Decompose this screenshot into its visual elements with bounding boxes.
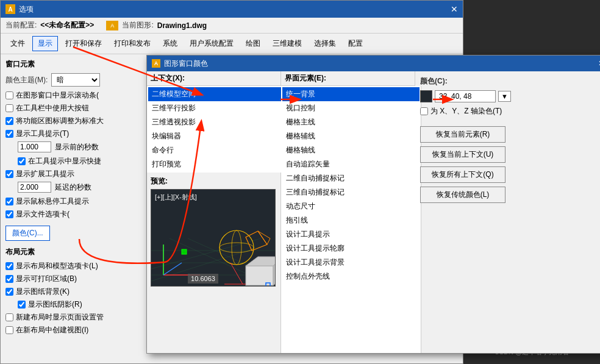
menu-print[interactable]: 打印和发布 <box>109 37 155 51</box>
color-theme-select[interactable]: 暗 明 <box>51 73 100 87</box>
seconds1-row: 显示前的秒数 <box>5 141 127 152</box>
element-item-ctrl-hull[interactable]: 控制点外壳线 <box>282 269 420 284</box>
element-item-grid-axis[interactable]: 栅格轴线 <box>282 143 420 157</box>
context-item-print-preview[interactable]: 打印预览 <box>148 157 285 171</box>
filetab-checkbox[interactable] <box>5 210 13 218</box>
seconds2-input[interactable] <box>18 182 51 193</box>
menu-display[interactable]: 显示 <box>32 36 58 51</box>
layout-tab-checkbox[interactable] <box>5 262 13 270</box>
viewport-checkbox[interactable] <box>5 326 13 334</box>
color-dialog-body: 上下文(X): 二维模型空间 三维平行投影 三维透视投影 块编辑器 命令行 打印… <box>147 71 600 353</box>
element-item-3d-snap[interactable]: 三维自动捕捉标记 <box>282 185 420 199</box>
cb-tooltip: 显示工具提示(T) <box>5 129 127 139</box>
drawing-label: 当前图形: <box>122 20 153 30</box>
cb-layout-tab: 显示布局和模型选项卡(L) <box>5 261 127 271</box>
element-item-design-tooltip-bg[interactable]: 设计工具提示背景 <box>282 255 420 269</box>
restore-classic-color-button[interactable]: 恢复传统颜色(L) <box>420 187 505 203</box>
cb-extend: 显示扩展工具提示 <box>5 169 127 179</box>
element-item-design-tooltip[interactable]: 设计工具提示 <box>282 227 420 241</box>
element-item-autotrack[interactable]: 自动追踪矢量 <box>282 157 420 171</box>
preview-svg: 10.6063 <box>151 202 276 287</box>
color-panel-label: 颜色(C): <box>420 76 600 87</box>
element-item-design-tooltip-outline[interactable]: 设计工具提示轮廓 <box>282 241 420 255</box>
cb-page-setup: 新建布局时显示页面设置管 <box>5 312 127 323</box>
svg-marker-15 <box>258 231 270 244</box>
drawing-value: Drawing1.dwg <box>157 21 207 30</box>
context-item-2d[interactable]: 二维模型空间 <box>148 87 285 101</box>
paper-bg-label: 显示图纸背景(K) <box>16 287 70 297</box>
menu-drawing[interactable]: 绘图 <box>241 37 265 51</box>
cb-viewport: 在新布局中创建视图(I) <box>5 325 127 335</box>
restore-current-context-button[interactable]: 恢复当前上下文(U) <box>420 146 505 163</box>
paper-bg-checkbox[interactable] <box>5 288 13 296</box>
current-config-section: 当前配置: <<未命名配置>> <box>5 20 94 30</box>
element-item-dragline[interactable]: 拖引线 <box>282 213 420 227</box>
svg-point-13 <box>232 230 241 265</box>
hover-checkbox[interactable] <box>5 198 13 205</box>
config-label: 当前配置: <box>5 20 37 30</box>
filetab-label: 显示文件选项卡( <box>16 209 70 219</box>
menu-user-config[interactable]: 用户系统配置 <box>185 37 238 51</box>
context-item-3dparallel[interactable]: 三维平行投影 <box>148 101 285 115</box>
cb-scrollbar: 在图形窗口中显示滚动条( <box>5 90 127 101</box>
scrollbar-checkbox[interactable] <box>5 91 13 99</box>
color-dialog: A 图形窗口颜色 ✕ 上下文(X): 二维模型空间 三维平行投影 三维透视投影 … <box>146 55 600 354</box>
tooltip-checkbox[interactable] <box>5 130 13 138</box>
title-bar-left: A 选项 <box>5 4 34 15</box>
element-item-grid-minor[interactable]: 栅格辅线 <box>282 129 420 143</box>
current-drawing-section: A 当前图形: Drawing1.dwg <box>106 20 207 30</box>
close-icon[interactable]: ✕ <box>451 4 458 14</box>
color-theme-row: 颜色主题(M): 暗 明 <box>5 73 127 87</box>
seconds1-label: 显示前的秒数 <box>55 142 99 152</box>
window-elements-title: 窗口元素 <box>5 59 127 70</box>
menu-open-save[interactable]: 打开和保存 <box>60 37 107 51</box>
restore-all-context-button[interactable]: 恢复所有上下文(Q) <box>420 166 505 183</box>
seconds1-input[interactable] <box>18 141 51 152</box>
svg-line-23 <box>230 263 243 284</box>
menu-3d[interactable]: 三维建模 <box>268 37 307 51</box>
large-btn-checkbox[interactable] <box>5 104 13 112</box>
context-item-block[interactable]: 块编辑器 <box>148 129 285 143</box>
ribbon-checkbox[interactable] <box>5 117 13 125</box>
element-item-dynamic-dim[interactable]: 动态尺寸 <box>282 199 420 213</box>
extend-checkbox[interactable] <box>5 170 13 178</box>
cb-filetab: 显示文件选项卡( <box>5 209 127 219</box>
preview-label: 预览: <box>151 176 277 187</box>
element-item-viewport-ctrl[interactable]: 视口控制 <box>282 101 420 115</box>
xyz-color-label: 为 X、Y、Z 轴染色(T) <box>430 106 502 116</box>
preview-canvas: [+][上][X-射线] <box>151 189 276 287</box>
color-value-row: ▼ <box>420 90 600 102</box>
svg-text:10.6063: 10.6063 <box>191 275 215 282</box>
color-value-input[interactable] <box>435 90 496 102</box>
menu-config[interactable]: 配置 <box>343 37 368 51</box>
cb-ribbon: 将功能区图标调整为标准大 <box>5 116 127 126</box>
color-button[interactable]: 颜色(C)... <box>5 226 50 241</box>
restore-current-element-button[interactable]: 恢复当前元素(R) <box>420 126 505 143</box>
action-buttons-group: 恢复当前元素(R) 恢复当前上下文(U) 恢复所有上下文(Q) 恢复传统颜色(L… <box>420 126 600 204</box>
scrollbar-label: 在图形窗口中显示滚动条( <box>16 90 99 101</box>
color-dialog-header: A 图形窗口颜色 <box>152 59 208 69</box>
context-item-3dperspective[interactable]: 三维透视投影 <box>148 115 285 129</box>
print-area-checkbox[interactable] <box>5 275 13 283</box>
element-item-grid-major[interactable]: 栅格主线 <box>282 115 420 129</box>
paper-shadow-checkbox[interactable] <box>18 301 26 309</box>
quickkey-checkbox[interactable] <box>18 157 26 165</box>
menu-system[interactable]: 系统 <box>158 37 182 51</box>
xyz-color-checkbox[interactable] <box>420 107 428 115</box>
page-setup-checkbox[interactable] <box>5 313 13 321</box>
menu-selection[interactable]: 选择集 <box>309 37 341 51</box>
color-dropdown-button[interactable]: ▼ <box>498 91 511 102</box>
element-panel: 界面元素(E): 统一背景 视口控制 栅格主线 栅格辅线 栅格轴线 自动追踪矢量… <box>281 71 415 353</box>
element-item-2d-snap[interactable]: 二维自动捕捉标记 <box>282 171 420 185</box>
svg-marker-14 <box>246 231 267 251</box>
color-dialog-title-bar: A 图形窗口颜色 ✕ <box>147 55 600 71</box>
paper-shadow-label: 显示图纸阴影(R) <box>28 299 82 310</box>
context-panel: 上下文(X): 二维模型空间 三维平行投影 三维透视投影 块编辑器 命令行 打印… <box>147 71 281 353</box>
context-item-cmdline[interactable]: 命令行 <box>148 143 285 157</box>
menu-file[interactable]: 文件 <box>5 37 30 51</box>
config-value: <<未命名配置>> <box>40 20 94 30</box>
element-item-unified-bg[interactable]: 统一背景 <box>282 87 420 101</box>
element-list: 统一背景 视口控制 栅格主线 栅格辅线 栅格轴线 自动追踪矢量 二维自动捕捉标记… <box>281 86 421 353</box>
tooltip-label: 显示工具提示(T) <box>16 129 69 139</box>
seconds2-label: 延迟的秒数 <box>55 182 91 193</box>
